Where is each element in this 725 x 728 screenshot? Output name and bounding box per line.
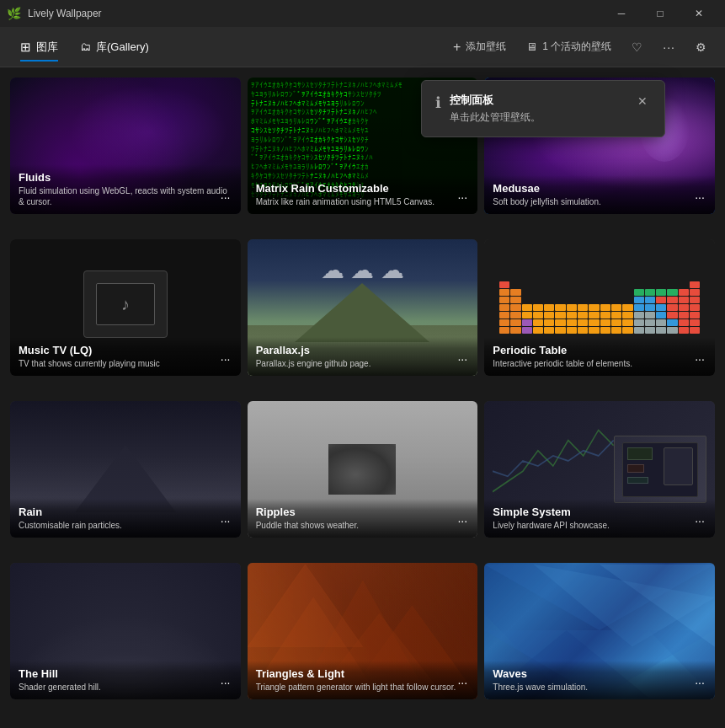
monitor-icon: 🖥 bbox=[526, 40, 537, 53]
card-system[interactable]: Simple System Lively hardware API showca… bbox=[484, 401, 715, 538]
card-periodic-desc: Interactive periodic table of elements. bbox=[493, 358, 706, 369]
add-label: 添加壁纸 bbox=[466, 40, 506, 54]
motherboard-decoration bbox=[614, 436, 706, 503]
toolbar-actions: + 添加壁纸 🖥 1 个活动的壁纸 ♡ ··· ⚙ bbox=[445, 35, 715, 60]
titlebar: 🌿 Lively Wallpaper ─ □ ✕ bbox=[0, 0, 725, 27]
card-periodic[interactable]: Periodic Table Interactive periodic tabl… bbox=[484, 239, 715, 376]
svg-marker-3 bbox=[248, 565, 363, 647]
card-parallax-desc: Parallax.js engine github page. bbox=[256, 358, 470, 369]
card-hill-desc: Shader generated hill. bbox=[19, 682, 232, 693]
card-music-menu[interactable]: ··· bbox=[216, 349, 236, 369]
card-hill-title: The Hill bbox=[19, 667, 232, 680]
card-ripples[interactable]: Ripples Puddle that shows weather. ··· bbox=[248, 401, 478, 538]
card-hill-menu[interactable]: ··· bbox=[216, 672, 236, 693]
card-rain-desc: Customisable rain particles. bbox=[19, 520, 232, 531]
card-hill[interactable]: The Hill Shader generated hill. ··· bbox=[10, 563, 241, 699]
card-fluids-title: Fluids bbox=[19, 171, 232, 184]
card-rain-menu[interactable]: ··· bbox=[216, 511, 236, 531]
card-ripples-menu[interactable]: ··· bbox=[452, 511, 472, 531]
toolbar: ⊞ 图库 🗂 库(Gallery) + 添加壁纸 🖥 1 个活动的壁纸 ♡ ··… bbox=[0, 27, 725, 67]
card-ripples-desc: Puddle that shows weather. bbox=[256, 520, 470, 531]
library-icon: ⊞ bbox=[20, 40, 31, 55]
card-matrix-title: Matrix Rain Customizable bbox=[256, 182, 470, 195]
card-parallax-title: Parallax.js bbox=[256, 344, 470, 356]
wallpaper-gallery: Fluids Fluid simulation using WebGL, rea… bbox=[0, 67, 725, 728]
tv-decoration: ♪ bbox=[83, 270, 168, 338]
nav-library[interactable]: ⊞ 图库 bbox=[10, 35, 68, 60]
card-medusae-title: Medusae bbox=[493, 182, 706, 195]
card-fluids-menu[interactable]: ··· bbox=[216, 187, 236, 207]
card-periodic-title: Periodic Table bbox=[493, 344, 706, 356]
add-icon: + bbox=[453, 40, 461, 55]
restore-button[interactable]: □ bbox=[641, 0, 680, 27]
card-music-tv[interactable]: ♪ Music TV (LQ) TV that shows currently … bbox=[10, 239, 241, 376]
tooltip-close-button[interactable]: ✕ bbox=[634, 93, 651, 110]
settings-button[interactable]: ⚙ bbox=[687, 35, 715, 59]
window-controls: ─ □ ✕ bbox=[602, 0, 718, 27]
tooltip-desc: 单击此处管理壁纸。 bbox=[450, 110, 626, 125]
card-system-desc: Lively hardware API showcase. bbox=[493, 520, 706, 531]
card-triangles-menu[interactable]: ··· bbox=[452, 672, 472, 693]
cloud-decoration: ☁ ☁ ☁ bbox=[248, 256, 478, 284]
control-panel-tooltip: ℹ 控制面板 单击此处管理壁纸。 ✕ bbox=[421, 80, 665, 137]
tooltip-title: 控制面板 bbox=[450, 93, 626, 108]
card-periodic-menu[interactable]: ··· bbox=[690, 349, 710, 369]
settings-icon: ⚙ bbox=[696, 40, 706, 54]
library-label: 图库 bbox=[36, 40, 58, 55]
card-fluids[interactable]: Fluids Fluid simulation using WebGL, rea… bbox=[10, 78, 241, 214]
tooltip-content: 控制面板 单击此处管理壁纸。 bbox=[450, 93, 626, 125]
more-icon: ··· bbox=[663, 40, 675, 54]
card-waves[interactable]: Waves Three.js wave simulation. ··· bbox=[484, 563, 715, 699]
card-triangles[interactable]: Triangles & Light Triangle pattern gener… bbox=[248, 563, 478, 699]
app-title: Lively Wallpaper bbox=[28, 8, 595, 19]
app-icon: 🌿 bbox=[7, 7, 21, 20]
favorites-button[interactable]: ♡ bbox=[623, 35, 651, 59]
card-music-desc: TV that shows currently playing music bbox=[19, 358, 232, 369]
card-music-title: Music TV (LQ) bbox=[19, 344, 232, 356]
card-matrix-desc: Matrix like rain animation using HTML5 C… bbox=[256, 196, 470, 207]
close-button[interactable]: ✕ bbox=[680, 0, 718, 27]
card-fluids-desc: Fluid simulation using WebGL, reacts wit… bbox=[19, 185, 232, 207]
card-waves-desc: Three.js wave simulation. bbox=[493, 682, 706, 693]
card-medusae-menu[interactable]: ··· bbox=[690, 187, 710, 207]
gallery-icon: 🗂 bbox=[80, 40, 91, 53]
card-system-title: Simple System bbox=[493, 506, 706, 518]
active-wallpaper-button[interactable]: 🖥 1 个活动的壁纸 bbox=[518, 35, 620, 59]
nav-gallery[interactable]: 🗂 库(Gallery) bbox=[70, 35, 159, 60]
nav-group: ⊞ 图库 🗂 库(Gallery) bbox=[10, 35, 159, 60]
card-matrix-menu[interactable]: ··· bbox=[452, 187, 472, 207]
more-button[interactable]: ··· bbox=[654, 35, 684, 59]
active-label: 1 个活动的壁纸 bbox=[542, 40, 611, 54]
card-parallax-menu[interactable]: ··· bbox=[452, 349, 472, 369]
card-triangles-desc: Triangle pattern generator with light th… bbox=[256, 682, 470, 693]
info-icon: ℹ bbox=[435, 94, 441, 112]
card-parallax[interactable]: ☁ ☁ ☁ Parallax.js Parallax.js engine git… bbox=[248, 239, 478, 376]
card-triangles-title: Triangles & Light bbox=[256, 667, 470, 680]
card-waves-menu[interactable]: ··· bbox=[690, 672, 710, 693]
card-system-menu[interactable]: ··· bbox=[690, 511, 710, 531]
add-wallpaper-button[interactable]: + 添加壁纸 bbox=[445, 35, 514, 60]
heart-icon: ♡ bbox=[632, 40, 642, 54]
card-waves-title: Waves bbox=[493, 667, 706, 680]
minimize-button[interactable]: ─ bbox=[602, 0, 641, 27]
card-rain-title: Rain bbox=[19, 506, 232, 518]
card-rain[interactable]: Rain Customisable rain particles. ··· bbox=[10, 401, 241, 538]
gallery-label: 库(Gallery) bbox=[96, 40, 149, 55]
card-medusae-desc: Soft body jellyfish simulation. bbox=[493, 196, 706, 207]
card-ripples-title: Ripples bbox=[256, 506, 470, 518]
